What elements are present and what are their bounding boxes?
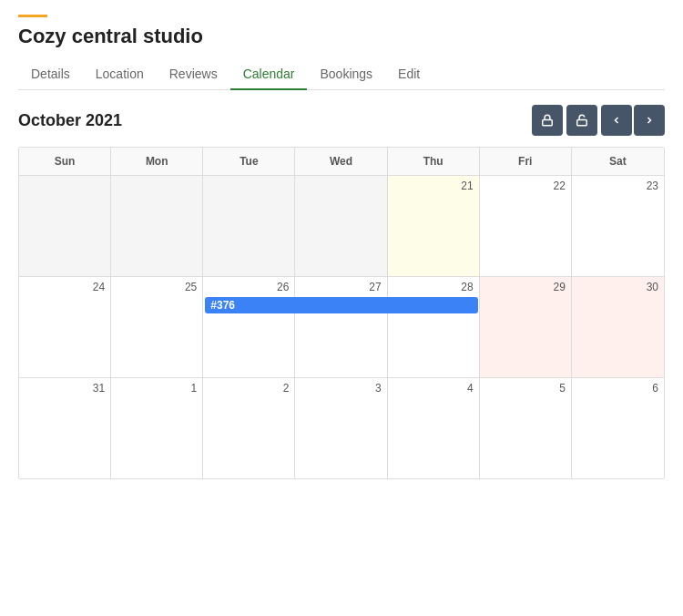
day-number-21: 21 bbox=[393, 180, 474, 192]
cal-cell-31[interactable]: 31 bbox=[19, 378, 111, 478]
week-row-1: 21 22 23 bbox=[19, 176, 664, 277]
week-row-2: 24 25 #376 26 27 28 29 30 bbox=[19, 277, 664, 378]
page: Cozy central studio Details Location Rev… bbox=[0, 0, 683, 494]
day-number-nov6: 6 bbox=[577, 382, 658, 395]
header-sun: Sun bbox=[19, 148, 111, 175]
day-number-26: 26 bbox=[209, 281, 289, 293]
accent-bar bbox=[18, 15, 47, 17]
cal-cell-22[interactable]: 22 bbox=[480, 176, 572, 276]
lock-button[interactable] bbox=[532, 105, 563, 136]
day-number-nov1: 1 bbox=[117, 382, 197, 395]
cal-cell-empty-1[interactable] bbox=[19, 176, 111, 276]
calendar-grid: Sun Mon Tue Wed Thu Fri Sat 21 22 23 bbox=[18, 147, 665, 479]
day-number-30: 30 bbox=[577, 281, 658, 293]
cal-cell-29[interactable]: 29 bbox=[480, 277, 572, 377]
header-wed: Wed bbox=[295, 148, 387, 175]
day-number-28: 28 bbox=[393, 281, 474, 293]
header-mon: Mon bbox=[111, 148, 203, 175]
cal-cell-21[interactable]: 21 bbox=[388, 176, 480, 276]
day-number-27: 27 bbox=[301, 281, 381, 293]
cal-cell-empty-2[interactable] bbox=[111, 176, 203, 276]
chevron-right-icon bbox=[644, 115, 655, 126]
day-number-23: 23 bbox=[577, 180, 658, 192]
calendar-month-label: October 2021 bbox=[18, 111, 122, 130]
day-number-nov2: 2 bbox=[209, 382, 289, 395]
unlock-icon bbox=[576, 114, 588, 127]
tab-bookings[interactable]: Bookings bbox=[307, 59, 385, 90]
header-sat: Sat bbox=[572, 148, 664, 175]
prev-month-button[interactable] bbox=[601, 105, 632, 136]
header-fri: Fri bbox=[480, 148, 572, 175]
day-number-nov4: 4 bbox=[393, 382, 474, 395]
cal-cell-24[interactable]: 24 bbox=[19, 277, 111, 377]
next-month-button[interactable] bbox=[634, 105, 665, 136]
cal-cell-nov4[interactable]: 4 bbox=[388, 378, 480, 478]
day-number-24: 24 bbox=[25, 281, 105, 293]
day-number-22: 22 bbox=[485, 180, 566, 192]
cal-cell-nov3[interactable]: 3 bbox=[295, 378, 387, 478]
days-header: Sun Mon Tue Wed Thu Fri Sat bbox=[19, 148, 664, 176]
header-thu: Thu bbox=[388, 148, 480, 175]
cal-cell-empty-3[interactable] bbox=[203, 176, 295, 276]
cal-cell-28[interactable]: 28 bbox=[388, 277, 480, 377]
page-title: Cozy central studio bbox=[18, 25, 665, 48]
svg-rect-1 bbox=[577, 119, 587, 125]
cal-cell-23[interactable]: 23 bbox=[572, 176, 664, 276]
calendar-header: October 2021 bbox=[18, 105, 665, 136]
cal-cell-26[interactable]: 26 bbox=[203, 277, 295, 377]
cal-cell-nov6[interactable]: 6 bbox=[572, 378, 664, 478]
cal-cell-27[interactable]: 27 bbox=[295, 277, 387, 377]
nav-group bbox=[601, 105, 665, 136]
day-number-31: 31 bbox=[25, 382, 105, 395]
cal-cell-25[interactable]: 25 #376 bbox=[111, 277, 203, 377]
cal-cell-30[interactable]: 30 bbox=[572, 277, 664, 377]
tab-reviews[interactable]: Reviews bbox=[157, 59, 230, 90]
cal-cell-nov1[interactable]: 1 bbox=[111, 378, 203, 478]
day-number-nov3: 3 bbox=[301, 382, 381, 395]
unlock-button[interactable] bbox=[566, 105, 597, 136]
lock-icon bbox=[541, 114, 554, 127]
day-number-25: 25 bbox=[117, 281, 197, 293]
header-controls bbox=[532, 105, 665, 136]
header-tue: Tue bbox=[203, 148, 295, 175]
tab-calendar[interactable]: Calendar bbox=[230, 59, 308, 90]
tab-details[interactable]: Details bbox=[18, 59, 83, 90]
cal-cell-nov5[interactable]: 5 bbox=[480, 378, 572, 478]
tab-edit[interactable]: Edit bbox=[385, 59, 433, 90]
cal-cell-empty-4[interactable] bbox=[295, 176, 387, 276]
day-number-nov5: 5 bbox=[485, 382, 566, 395]
day-number-29: 29 bbox=[485, 281, 566, 293]
cal-cell-nov2[interactable]: 2 bbox=[203, 378, 295, 478]
week-row-3: 31 1 2 3 4 5 6 bbox=[19, 378, 664, 478]
tab-bar: Details Location Reviews Calendar Bookin… bbox=[18, 59, 665, 90]
booking-bar[interactable]: #376 bbox=[205, 297, 477, 313]
svg-rect-0 bbox=[543, 119, 553, 125]
tab-location[interactable]: Location bbox=[83, 59, 157, 90]
chevron-left-icon bbox=[611, 115, 622, 126]
